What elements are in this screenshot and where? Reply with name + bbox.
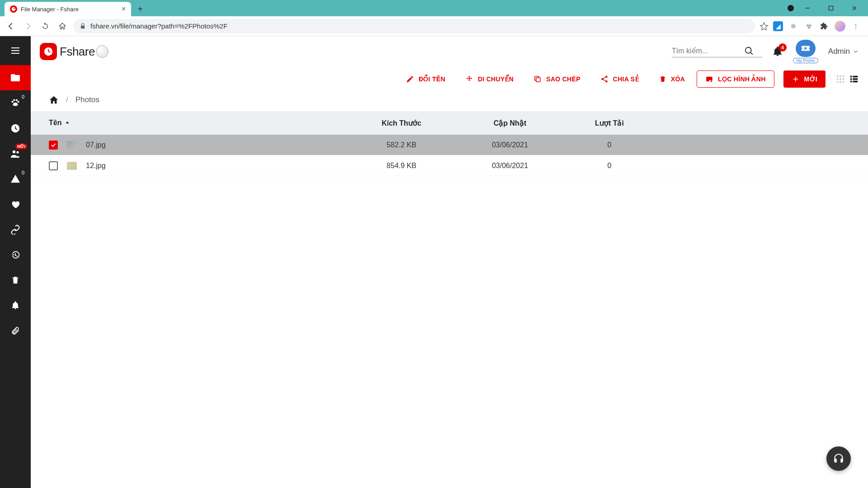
close-tab-icon[interactable]: × <box>122 5 126 13</box>
trash-icon <box>659 75 666 83</box>
reload-button[interactable] <box>39 20 52 33</box>
svg-rect-19 <box>843 81 844 83</box>
search-icon[interactable] <box>744 46 754 56</box>
ext-icon-3[interactable]: ☢ <box>804 21 814 31</box>
topbar: Fshare 4 Vip Promo Admin <box>31 36 868 67</box>
search-field[interactable] <box>672 46 762 57</box>
file-size: 854.9 KB <box>347 162 456 170</box>
svg-point-4 <box>16 99 18 101</box>
vip-promo-button[interactable]: Vip Promo <box>793 40 818 63</box>
filter-images-button[interactable]: LỌC HÌNH ẢNH <box>697 70 774 88</box>
svg-rect-25 <box>853 81 858 83</box>
sidebar-item-favorites[interactable] <box>0 192 31 217</box>
breadcrumb-home-icon[interactable] <box>49 95 59 105</box>
logo-text: Fshare <box>60 45 95 59</box>
sidebar-badge: 0 <box>22 94 24 99</box>
account-dot-icon[interactable] <box>788 5 794 11</box>
file-updated: 03/06/2021 <box>456 162 564 170</box>
omnibox[interactable]: fshare.vn/file/manager?path=%2FPhotos%2F <box>73 19 755 33</box>
header-updated[interactable]: Cập Nhật <box>456 119 564 127</box>
main-content: Fshare 4 Vip Promo Admin <box>31 36 868 488</box>
sidebar-item-warnings[interactable]: 0 <box>0 166 31 192</box>
share-label: CHIA SẺ <box>613 75 639 83</box>
svg-point-6 <box>16 151 19 153</box>
delete-label: XÓA <box>671 75 685 83</box>
sidebar-new-badge: MỚI <box>15 144 27 149</box>
header-name[interactable]: Tên <box>49 119 347 127</box>
file-size: 582.2 KB <box>347 141 456 149</box>
svg-rect-12 <box>840 75 841 77</box>
browser-menu-icon[interactable]: ⋮ <box>851 21 861 31</box>
close-window-button[interactable] <box>844 2 864 14</box>
copy-button[interactable]: SAO CHÉP <box>525 70 589 88</box>
file-thumbnail-icon <box>67 141 77 149</box>
svg-rect-16 <box>843 78 844 80</box>
header-size[interactable]: Kích Thước <box>347 119 456 127</box>
sort-asc-icon <box>64 120 71 126</box>
back-button[interactable] <box>5 20 17 33</box>
list-view-button[interactable] <box>849 74 859 84</box>
svg-rect-14 <box>837 78 839 80</box>
hamburger-menu-button[interactable] <box>0 36 31 65</box>
svg-rect-24 <box>850 81 852 83</box>
row-checkbox[interactable] <box>49 161 58 170</box>
delete-button[interactable]: XÓA <box>651 70 693 88</box>
star-icon[interactable] <box>760 22 769 31</box>
sidebar-item-files[interactable] <box>0 65 31 90</box>
ext-icon-2[interactable]: ✼ <box>788 21 798 31</box>
sidebar-item-shared[interactable]: MỚI <box>0 141 31 166</box>
row-checkbox[interactable] <box>49 141 58 150</box>
sidebar-item-trash[interactable] <box>0 267 31 293</box>
rename-button[interactable]: ĐỔI TÊN <box>398 70 453 88</box>
move-button[interactable]: DI CHUYỂN <box>457 70 522 88</box>
svg-rect-18 <box>840 81 841 83</box>
breadcrumb-current[interactable]: Photos <box>75 95 99 104</box>
user-menu[interactable]: Admin <box>828 47 859 56</box>
svg-rect-21 <box>853 76 858 78</box>
share-button[interactable]: CHIA SẺ <box>592 70 647 88</box>
favicon-icon <box>10 5 17 13</box>
lock-icon <box>80 23 86 29</box>
sidebar-item-history[interactable] <box>0 242 31 267</box>
tab-title: File Manager - Fshare <box>21 6 79 13</box>
support-fab[interactable] <box>826 446 851 471</box>
sidebar-item-pets[interactable]: 0 <box>0 90 31 116</box>
search-input[interactable] <box>672 47 744 55</box>
extensions-puzzle-icon[interactable] <box>819 21 829 31</box>
file-thumbnail-icon <box>67 162 77 170</box>
logo[interactable]: Fshare <box>40 43 108 60</box>
forward-button[interactable] <box>22 20 34 33</box>
grid-view-button[interactable] <box>835 74 845 84</box>
browser-tab[interactable]: File Manager - Fshare × <box>5 2 131 16</box>
sidebar-item-recent[interactable] <box>0 116 31 141</box>
table-row[interactable]: 07.jpg 582.2 KB 03/06/2021 0 <box>31 135 868 155</box>
header-downloads[interactable]: Lượt Tải <box>564 119 655 127</box>
sidebar-item-notifications[interactable] <box>0 293 31 318</box>
breadcrumb: / Photos <box>31 91 868 111</box>
window-controls <box>788 0 868 16</box>
minimize-button[interactable] <box>797 2 817 14</box>
new-button[interactable]: MỚI <box>783 70 826 88</box>
browser-chrome: File Manager - Fshare × + fshare.vn/file… <box>0 0 868 36</box>
user-label: Admin <box>828 47 850 56</box>
table-row[interactable]: 12.jpg 854.9 KB 03/06/2021 0 <box>31 155 868 176</box>
file-name: 12.jpg <box>86 162 106 170</box>
notifications-button[interactable]: 4 <box>772 46 783 57</box>
vip-promo-label: Vip Promo <box>793 58 818 63</box>
move-icon <box>465 75 473 83</box>
maximize-button[interactable] <box>821 2 841 14</box>
notification-count-badge: 4 <box>778 43 787 52</box>
address-bar: fshare.vn/file/manager?path=%2FPhotos%2F… <box>0 16 868 36</box>
new-tab-button[interactable]: + <box>134 3 146 15</box>
svg-rect-0 <box>829 6 833 10</box>
share-icon <box>600 75 609 83</box>
sidebar-item-links[interactable] <box>0 217 31 242</box>
action-bar: ĐỔI TÊN DI CHUYỂN SAO CHÉP CHIA SẺ XÓA L… <box>31 67 868 91</box>
sidebar-item-attachments[interactable] <box>0 318 31 343</box>
file-table: Tên Kích Thước Cập Nhật Lượt Tải 07.jpg … <box>31 111 868 176</box>
svg-point-9 <box>601 78 604 80</box>
ext-icon-1[interactable]: ◢ <box>773 21 783 31</box>
profile-avatar-icon[interactable] <box>835 21 845 32</box>
plus-icon <box>792 75 800 83</box>
home-button[interactable] <box>56 20 69 33</box>
